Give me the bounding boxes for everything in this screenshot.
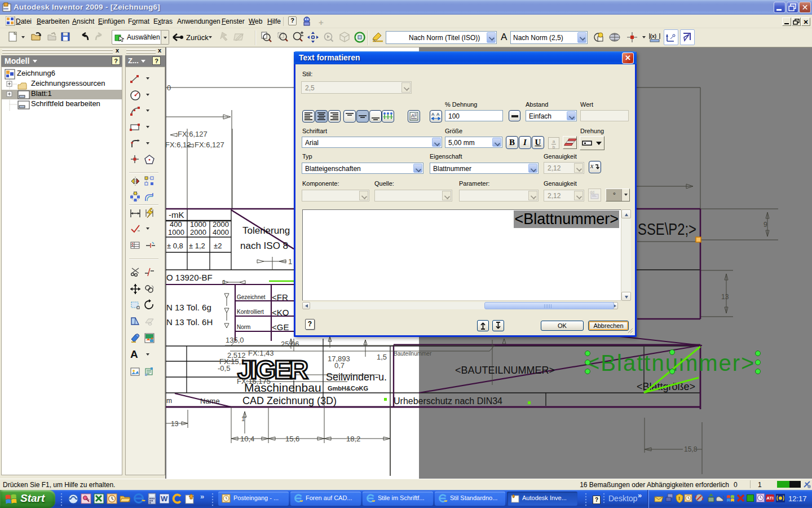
- svg-text:<BAUTEILNUMMER>: <BAUTEILNUMMER>: [455, 365, 555, 376]
- svg-text:Norm: Norm: [237, 324, 250, 330]
- svg-text:Gezeichnet: Gezeichnet: [237, 294, 266, 300]
- svg-text:-mK: -mK: [169, 210, 184, 220]
- svg-text:± 1,2: ± 1,2: [189, 242, 205, 250]
- svg-text:W: W: [161, 494, 168, 503]
- svg-text:FX:6,127: FX:6,127: [178, 130, 208, 138]
- svg-text:1000: 1000: [190, 220, 206, 229]
- svg-text:m: m: [166, 397, 172, 405]
- svg-text:SSE\P2;>: SSE\P2;>: [638, 220, 696, 238]
- svg-text:A: A: [431, 112, 435, 117]
- svg-text:CAD Zeichnung (3D): CAD Zeichnung (3D): [242, 395, 337, 406]
- svg-text:O 13920-BF: O 13920-BF: [166, 273, 213, 282]
- svg-text:A: A: [411, 113, 414, 119]
- svg-text:2000: 2000: [190, 228, 206, 237]
- svg-text:9: 9: [764, 221, 767, 229]
- svg-text:A: A: [436, 112, 440, 117]
- svg-text:0,7: 0,7: [334, 361, 345, 370]
- svg-text:dd: dd: [590, 190, 594, 194]
- svg-text:!: !: [678, 496, 680, 501]
- svg-text:FX:6,12: FX:6,12: [165, 141, 191, 149]
- svg-text:1': 1': [241, 415, 246, 422]
- svg-text:13: 13: [721, 293, 729, 301]
- svg-text:400: 400: [170, 220, 182, 229]
- svg-text:2000: 2000: [213, 220, 229, 229]
- svg-text:(x): (x): [650, 33, 656, 39]
- svg-text:15,6: 15,6: [285, 435, 299, 443]
- svg-text:15,8: 15,8: [684, 445, 698, 453]
- svg-text:JIGER: JIGER: [237, 355, 308, 384]
- svg-text:1000: 1000: [168, 228, 184, 237]
- svg-text:0: 0: [167, 84, 171, 92]
- svg-text:Bauteilnummer: Bauteilnummer: [394, 351, 432, 357]
- svg-text:<KO: <KO: [272, 308, 289, 317]
- svg-text:1: 1: [222, 279, 226, 287]
- svg-text:18,2: 18,2: [346, 435, 360, 443]
- svg-text:1: 1: [288, 257, 292, 266]
- svg-text:GmbH&CoKG: GmbH&CoKG: [328, 385, 368, 392]
- svg-text:4000: 4000: [213, 228, 229, 237]
- svg-text:1,5: 1,5: [377, 353, 387, 361]
- svg-text:135,0: 135,0: [226, 336, 244, 344]
- svg-text:N 13 Tol. 6g: N 13 Tol. 6g: [166, 303, 211, 312]
- svg-text:N 13 Tol. 6H: N 13 Tol. 6H: [166, 317, 213, 327]
- svg-text:FX:6,127: FX:6,127: [195, 141, 224, 149]
- svg-text:<FR: <FR: [272, 292, 288, 302]
- svg-text:±2: ±2: [214, 242, 222, 250]
- svg-text:± 0,8: ± 0,8: [167, 242, 183, 250]
- svg-text:Tolerierung: Tolerierung: [242, 225, 290, 236]
- svg-text:Urheberschutz nach DIN34: Urheberschutz nach DIN34: [394, 396, 502, 406]
- svg-text:<GE: <GE: [272, 322, 289, 332]
- svg-text:Seilwinden-u.: Seilwinden-u.: [326, 371, 387, 383]
- svg-text:Name: Name: [200, 397, 220, 405]
- svg-text:x: x: [590, 162, 594, 170]
- svg-text:Kontrolliert: Kontrolliert: [237, 309, 264, 315]
- svg-text:13: 13: [171, 420, 179, 428]
- svg-text:nach ISO 8: nach ISO 8: [240, 240, 288, 251]
- svg-text:10,4: 10,4: [240, 435, 254, 443]
- svg-text:Maschinenbau: Maschinenbau: [244, 381, 321, 394]
